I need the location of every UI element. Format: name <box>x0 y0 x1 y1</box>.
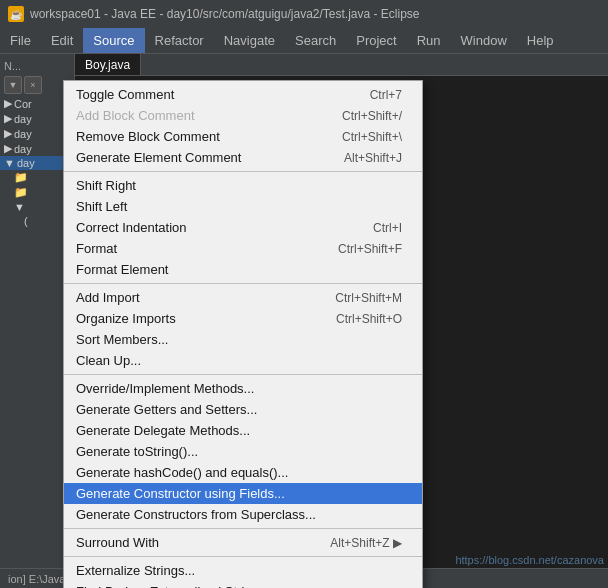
menu-window[interactable]: Window <box>451 28 517 53</box>
menu-file[interactable]: File <box>0 28 41 53</box>
menu-label: Clean Up... <box>76 353 141 368</box>
menu-label: Toggle Comment <box>76 87 174 102</box>
menu-label: Format <box>76 241 117 256</box>
menu-generate-constructors-superclass[interactable]: Generate Constructors from Superclass... <box>64 504 422 525</box>
menu-shortcut: Alt+Shift+Z ▶ <box>330 536 402 550</box>
separator-2 <box>64 283 422 284</box>
menu-surround-with[interactable]: Surround With Alt+Shift+Z ▶ <box>64 532 422 553</box>
menu-shortcut: Ctrl+Shift+M <box>335 291 402 305</box>
menu-label: Find Broken Externalized Strings <box>76 584 265 588</box>
menu-sort-members[interactable]: Sort Members... <box>64 329 422 350</box>
title-bar: ☕ workspace01 - Java EE - day10/src/com/… <box>0 0 608 28</box>
menu-run[interactable]: Run <box>407 28 451 53</box>
menu-label: Shift Right <box>76 178 136 193</box>
menu-shortcut: Ctrl+Shift+\ <box>342 130 402 144</box>
menu-label: Generate Constructors from Superclass... <box>76 507 316 522</box>
menu-shortcut: Ctrl+Shift+F <box>338 242 402 256</box>
menu-generate-hashcode-equals[interactable]: Generate hashCode() and equals()... <box>64 462 422 483</box>
menu-label: Correct Indentation <box>76 220 187 235</box>
menu-label: Generate Element Comment <box>76 150 241 165</box>
menu-label: Generate Constructor using Fields... <box>76 486 285 501</box>
menu-shortcut: Ctrl+I <box>373 221 402 235</box>
separator-1 <box>64 171 422 172</box>
menu-help[interactable]: Help <box>517 28 564 53</box>
menu-remove-block-comment[interactable]: Remove Block Comment Ctrl+Shift+\ <box>64 126 422 147</box>
menu-find-broken-externalized[interactable]: Find Broken Externalized Strings <box>64 581 422 588</box>
menu-label: Format Element <box>76 262 168 277</box>
menu-toggle-comment[interactable]: Toggle Comment Ctrl+7 <box>64 84 422 105</box>
menu-shift-left[interactable]: Shift Left <box>64 196 422 217</box>
menu-generate-constructor-fields[interactable]: Generate Constructor using Fields... <box>64 483 422 504</box>
menu-format-element[interactable]: Format Element <box>64 259 422 280</box>
menu-shortcut: Alt+Shift+J <box>344 151 402 165</box>
menu-label: Generate toString()... <box>76 444 198 459</box>
menu-edit[interactable]: Edit <box>41 28 83 53</box>
menu-label: Add Import <box>76 290 140 305</box>
menu-label: Sort Members... <box>76 332 168 347</box>
menu-organize-imports[interactable]: Organize Imports Ctrl+Shift+O <box>64 308 422 329</box>
menu-source[interactable]: Source <box>83 28 144 53</box>
app-icon: ☕ <box>8 6 24 22</box>
menu-format[interactable]: Format Ctrl+Shift+F <box>64 238 422 259</box>
menu-override-implement[interactable]: Override/Implement Methods... <box>64 378 422 399</box>
menu-refactor[interactable]: Refactor <box>145 28 214 53</box>
menu-label: Add Block Comment <box>76 108 195 123</box>
dropdown-overlay: Toggle Comment Ctrl+7 Add Block Comment … <box>0 80 608 588</box>
menu-label: Externalize Strings... <box>76 563 195 578</box>
menu-label: Remove Block Comment <box>76 129 220 144</box>
menu-label: Override/Implement Methods... <box>76 381 254 396</box>
menu-bar: File Edit Source Refactor Navigate Searc… <box>0 28 608 54</box>
menu-shift-right[interactable]: Shift Right <box>64 175 422 196</box>
separator-3 <box>64 374 422 375</box>
window-title: workspace01 - Java EE - day10/src/com/at… <box>30 7 420 21</box>
menu-label: Generate Getters and Setters... <box>76 402 257 417</box>
menu-project[interactable]: Project <box>346 28 406 53</box>
menu-correct-indentation[interactable]: Correct Indentation Ctrl+I <box>64 217 422 238</box>
menu-label: Organize Imports <box>76 311 176 326</box>
menu-generate-getters-setters[interactable]: Generate Getters and Setters... <box>64 399 422 420</box>
editor-tabs: Boy.java <box>75 54 608 76</box>
menu-label: Surround With <box>76 535 159 550</box>
menu-generate-tostring[interactable]: Generate toString()... <box>64 441 422 462</box>
menu-navigate[interactable]: Navigate <box>214 28 285 53</box>
sidebar-label: N... <box>0 58 74 74</box>
menu-add-block-comment: Add Block Comment Ctrl+Shift+/ <box>64 105 422 126</box>
menu-add-import[interactable]: Add Import Ctrl+Shift+M <box>64 287 422 308</box>
source-menu: Toggle Comment Ctrl+7 Add Block Comment … <box>63 80 423 588</box>
menu-generate-delegate[interactable]: Generate Delegate Methods... <box>64 420 422 441</box>
separator-5 <box>64 556 422 557</box>
menu-label: Generate Delegate Methods... <box>76 423 250 438</box>
separator-4 <box>64 528 422 529</box>
menu-generate-element-comment[interactable]: Generate Element Comment Alt+Shift+J <box>64 147 422 168</box>
menu-shortcut: Ctrl+Shift+O <box>336 312 402 326</box>
menu-shortcut: Ctrl+Shift+/ <box>342 109 402 123</box>
main-area: N... ▼ × ▶ Cor ▶ day ▶ day ▶ day ▼ day 📁 <box>0 54 608 588</box>
menu-label: Shift Left <box>76 199 127 214</box>
menu-label: Generate hashCode() and equals()... <box>76 465 288 480</box>
tab-boy-java[interactable]: Boy.java <box>75 54 141 75</box>
menu-clean-up[interactable]: Clean Up... <box>64 350 422 371</box>
menu-externalize-strings[interactable]: Externalize Strings... <box>64 560 422 581</box>
menu-shortcut: Ctrl+7 <box>370 88 402 102</box>
menu-search[interactable]: Search <box>285 28 346 53</box>
